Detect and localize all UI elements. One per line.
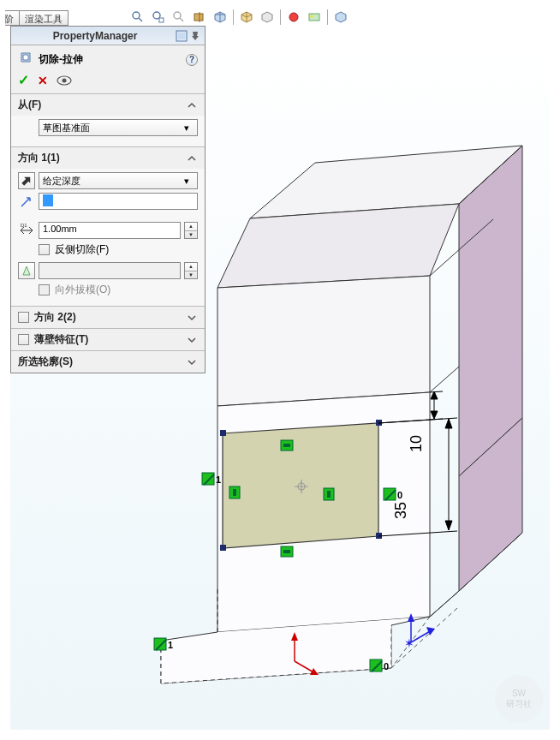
svg-point-0: [133, 12, 140, 19]
watermark: SW 研习社: [495, 675, 543, 723]
depth-icon: D1: [18, 222, 35, 239]
zoom-fit-icon[interactable]: [128, 8, 147, 27]
cut-extrude-icon: [18, 51, 33, 69]
svg-rect-28: [202, 473, 214, 485]
depth-input[interactable]: 1.00mm: [39, 222, 181, 239]
svg-point-7: [289, 13, 298, 21]
end-condition-dropdown[interactable]: 给定深度 ▾: [39, 172, 198, 189]
section-dir2: 方向 2(2): [11, 306, 205, 328]
svg-line-41: [430, 391, 443, 392]
chevron-down-icon: [186, 356, 198, 368]
svg-rect-11: [178, 33, 185, 39]
direction-selection-field[interactable]: [39, 193, 198, 210]
section-contours: 所选轮廓(S): [11, 350, 205, 373]
flip-side-label: 反侧切除(F): [55, 242, 109, 257]
draft-spinner: ▲▼: [184, 262, 198, 279]
display-style-icon[interactable]: [237, 8, 256, 27]
thin-checkbox[interactable]: [18, 334, 29, 345]
section-view-icon[interactable]: [190, 8, 209, 27]
cancel-button[interactable]: ✕: [38, 74, 48, 87]
chevron-down-icon: ▾: [180, 174, 194, 188]
appearance-icon[interactable]: [284, 8, 303, 27]
hide-show-icon[interactable]: [258, 8, 277, 27]
view-settings-icon[interactable]: [331, 8, 350, 27]
svg-text:1: 1: [216, 474, 221, 485]
depth-spinner[interactable]: ▲▼: [184, 222, 198, 239]
svg-line-1: [139, 18, 142, 21]
from-dropdown[interactable]: 草图基准面 ▾: [39, 119, 198, 136]
section-dir1: 方向 1(1) 给定深度 ▾ D1 1.00mm ▲▼: [11, 146, 205, 306]
svg-text:D1: D1: [21, 223, 27, 228]
section-contours-header[interactable]: 所选轮廓(S): [11, 351, 205, 373]
svg-rect-25: [233, 489, 236, 496]
dimension-10[interactable]: 10: [408, 435, 425, 452]
svg-point-9: [311, 15, 313, 18]
property-manager-panel: PropertyManager 切除-拉伸 ? ✓ ✕ 从(F) 草图基准面: [10, 26, 206, 373]
pin-icon[interactable]: [189, 30, 201, 42]
draft-outward-checkbox: [39, 284, 50, 295]
direction-arrow-icon: [18, 193, 35, 210]
prev-view-icon[interactable]: [170, 8, 188, 27]
section-dir2-header[interactable]: 方向 2(2): [11, 307, 205, 328]
draft-icon[interactable]: [18, 262, 35, 279]
svg-rect-34: [154, 638, 166, 650]
svg-rect-8: [309, 14, 319, 21]
section-from: 从(F) 草图基准面 ▾: [11, 93, 205, 146]
preview-icon[interactable]: [57, 75, 70, 86]
svg-rect-23: [283, 550, 290, 553]
svg-text:0: 0: [384, 661, 389, 671]
ok-button[interactable]: ✓: [18, 72, 29, 88]
section-from-header[interactable]: 从(F): [11, 94, 205, 116]
feature-name: 切除-拉伸: [39, 52, 83, 67]
pm-extra-icon[interactable]: [176, 30, 188, 42]
svg-text:0: 0: [397, 490, 402, 500]
tab-render-tools[interactable]: 渲染工具: [19, 10, 69, 26]
chevron-down-icon: ▾: [180, 121, 194, 134]
view-orient-icon[interactable]: [211, 8, 229, 27]
svg-text:1: 1: [168, 640, 173, 650]
pm-feature-header: 切除-拉伸 ? ✓ ✕: [11, 45, 205, 93]
pm-titlebar: PropertyManager: [11, 27, 205, 45]
chevron-up-icon: [186, 99, 198, 111]
scene-icon[interactable]: [305, 8, 324, 27]
dimension-35[interactable]: 35: [392, 502, 409, 519]
svg-rect-21: [283, 444, 290, 447]
chevron-up-icon: [186, 152, 198, 164]
svg-rect-3: [159, 18, 164, 22]
svg-rect-27: [327, 491, 331, 498]
svg-rect-15: [220, 430, 226, 436]
section-thin: 薄壁特征(T): [11, 328, 205, 350]
draft-outward-label: 向外拔模(O): [55, 283, 110, 297]
chevron-down-icon: [186, 312, 198, 324]
draft-angle-input: [39, 262, 181, 279]
tab-eval[interactable]: 阶: [0, 10, 20, 26]
svg-rect-37: [370, 659, 382, 671]
dir2-checkbox[interactable]: [18, 312, 29, 323]
help-icon[interactable]: ?: [186, 54, 198, 66]
section-dir1-header[interactable]: 方向 1(1): [11, 147, 205, 169]
section-thin-header[interactable]: 薄壁特征(T): [11, 329, 205, 350]
zoom-area-icon[interactable]: [149, 8, 168, 27]
svg-rect-18: [220, 545, 226, 551]
pm-title: PropertyManager: [15, 30, 176, 42]
svg-rect-5: [194, 14, 203, 21]
svg-point-4: [174, 12, 181, 19]
flip-side-checkbox[interactable]: [39, 244, 50, 255]
svg-point-13: [63, 78, 67, 82]
svg-text:✶: ✶: [404, 636, 414, 650]
svg-rect-31: [384, 488, 396, 500]
reverse-direction-icon[interactable]: [18, 172, 35, 189]
chevron-down-icon: [186, 334, 198, 346]
